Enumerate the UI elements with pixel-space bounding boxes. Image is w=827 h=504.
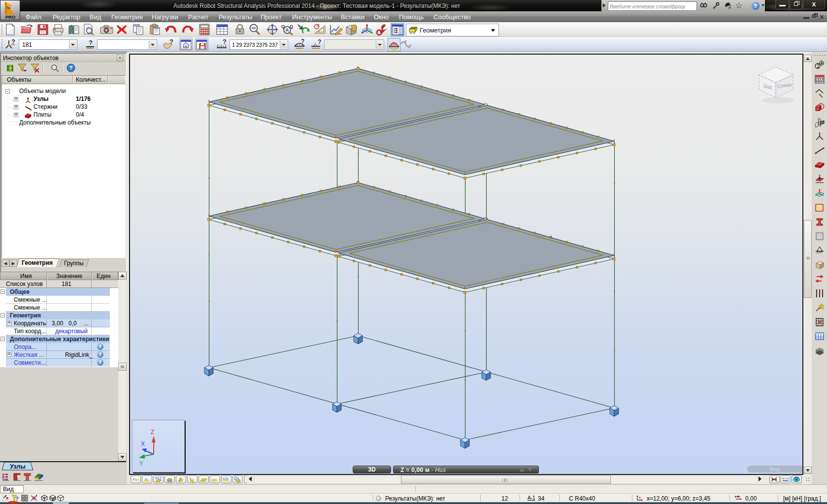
svg-text:?: ? bbox=[15, 496, 19, 502]
svg-text:123: 123 bbox=[223, 477, 229, 480]
svg-text:?: ? bbox=[11, 38, 15, 45]
svg-text:N12: N12 bbox=[155, 476, 162, 480]
svg-text:A: A bbox=[286, 28, 289, 32]
svg-text:Z: Z bbox=[151, 429, 154, 436]
svg-text:X: X bbox=[141, 441, 145, 447]
svg-text:?: ? bbox=[69, 65, 72, 71]
svg-text:?: ? bbox=[318, 38, 321, 45]
svg-text:Узлы: Узлы bbox=[10, 463, 26, 470]
svg-text:?: ? bbox=[301, 38, 304, 45]
svg-text:?: ? bbox=[223, 38, 227, 45]
svg-text:1: 1 bbox=[817, 63, 820, 69]
svg-text:?: ? bbox=[89, 39, 93, 46]
svg-text:?: ? bbox=[169, 38, 173, 45]
svg-text:A: A bbox=[821, 61, 824, 66]
svg-text:Y: Y bbox=[139, 460, 143, 467]
svg-text:am: am bbox=[212, 478, 217, 481]
svg-text:n: n bbox=[133, 477, 135, 481]
svg-text:PRO: PRO bbox=[5, 14, 16, 20]
